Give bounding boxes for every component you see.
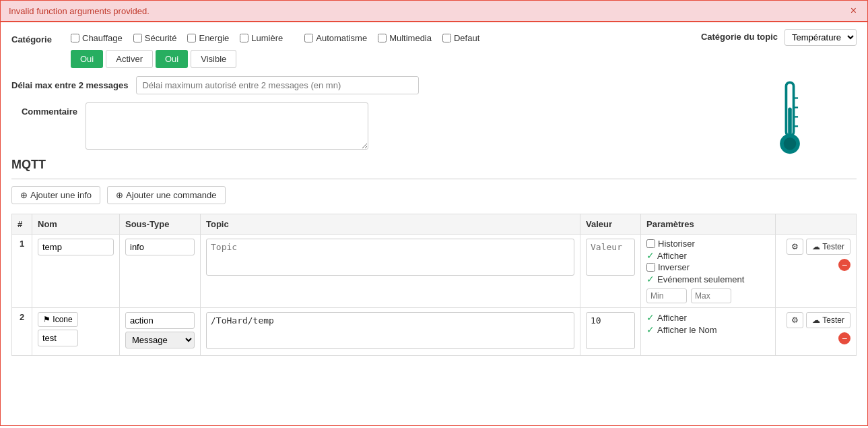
cat-multimedia[interactable]: Multimedia	[378, 33, 432, 43]
row1-sous-type-input[interactable]	[125, 239, 195, 255]
row1-nom-input[interactable]	[38, 239, 114, 255]
param-inverser-check[interactable]	[646, 263, 655, 272]
delai-label: Délai max entre 2 messages	[11, 76, 136, 90]
row1-tester-button[interactable]: ☁ Tester	[806, 239, 850, 255]
error-close-button[interactable]: ×	[848, 5, 859, 17]
col-params: Paramètres	[641, 214, 776, 235]
row2-actions-cell: ⚙ ☁ Tester −	[776, 308, 857, 356]
commentaire-row: Commentaire	[11, 102, 857, 150]
param-historiser: Historiser	[646, 239, 770, 249]
category-topic-label: Catégorie du topic	[701, 32, 778, 43]
check-icon-2: ✓	[646, 274, 655, 284]
table-header-row: # Nom Sous-Type Topic Valeur Paramètres	[12, 214, 857, 235]
cat-chauffage[interactable]: Chauffage	[71, 33, 123, 43]
cat-energie[interactable]: Energie	[187, 33, 229, 43]
add-info-button[interactable]: ⊕ Ajouter une info	[11, 186, 100, 204]
row2-nom-cell: ⚑ Icone	[32, 308, 120, 356]
param-historiser-check[interactable]	[646, 239, 655, 248]
row1-sous-type-cell	[120, 235, 201, 308]
category-checkboxes: Chauffage Sécurité Energie Lumière Autom…	[71, 30, 479, 43]
col-actions	[776, 214, 857, 235]
flag-icon: ⚑	[43, 315, 51, 324]
cat-defaut[interactable]: Defaut	[442, 33, 479, 43]
toggle-row: Oui Activer Oui Visible	[71, 50, 857, 68]
thermometer-icon	[766, 76, 813, 166]
commentaire-textarea[interactable]	[86, 102, 368, 150]
error-banner: Invalid function arguments provided. ×	[0, 0, 868, 22]
svg-point-7	[784, 137, 797, 150]
activer-button[interactable]: Activer	[106, 50, 153, 68]
row2-sous-type-input[interactable]	[125, 312, 195, 329]
row2-remove-button[interactable]: −	[838, 332, 850, 344]
error-message: Invalid function arguments provided.	[9, 6, 149, 16]
row2-params-cell: ✓ Afficher ✓ Afficher le Nom	[641, 308, 776, 356]
col-valeur: Valeur	[580, 214, 641, 235]
row1-topic-input[interactable]	[206, 239, 574, 276]
row2-message-select[interactable]: Message	[125, 332, 195, 348]
plus-icon: ⊕	[20, 190, 28, 200]
table-row: 1	[12, 235, 857, 308]
delai-input[interactable]	[136, 76, 419, 94]
oui2-button[interactable]: Oui	[156, 50, 188, 68]
row1-topic-cell	[201, 235, 580, 308]
mqtt-title: MQTT	[11, 158, 857, 172]
col-topic: Topic	[201, 214, 580, 235]
visible-button[interactable]: Visible	[191, 50, 236, 68]
row2-topic-cell: /ToHard/temp	[201, 308, 580, 356]
svg-rect-1	[788, 107, 792, 136]
mqtt-section: MQTT ⊕ Ajouter une info ⊕ Ajouter une co…	[11, 158, 857, 356]
row1-valeur-input[interactable]	[586, 239, 635, 276]
row1-valeur-cell	[580, 235, 641, 308]
row2-number: 2	[12, 308, 32, 356]
row2-action-btns: ⚙ ☁ Tester −	[781, 312, 850, 344]
mqtt-table: # Nom Sous-Type Topic Valeur Paramètres …	[11, 214, 857, 356]
oui1-button[interactable]: Oui	[71, 50, 103, 68]
check-icon-4: ✓	[646, 324, 655, 335]
cat-securite[interactable]: Sécurité	[133, 33, 177, 43]
row1-max-input[interactable]	[691, 288, 731, 303]
row1-params-cell: Historiser ✓ Afficher Inverser	[641, 235, 776, 308]
category-label: Catégorie	[11, 30, 65, 44]
tester-icon-1: ☁	[812, 242, 820, 251]
param-inverser: Inverser	[646, 262, 770, 272]
row1-gear-button[interactable]: ⚙	[787, 239, 803, 255]
row2-params-list: ✓ Afficher ✓ Afficher le Nom	[646, 312, 770, 335]
add-commande-button[interactable]: ⊕ Ajouter une commande	[107, 186, 225, 204]
add-buttons-row: ⊕ Ajouter une info ⊕ Ajouter une command…	[11, 186, 857, 204]
row1-params-list: Historiser ✓ Afficher Inverser	[646, 239, 770, 284]
tester-icon-2: ☁	[812, 315, 820, 325]
check-icon-3: ✓	[646, 312, 655, 323]
cat-lumiere[interactable]: Lumière	[240, 33, 283, 43]
category-topic-select[interactable]: Température	[784, 29, 857, 46]
cat-automatisme[interactable]: Automatisme	[304, 33, 367, 43]
category-topic-section: Catégorie du topic Température	[701, 29, 857, 46]
col-nom: Nom	[32, 214, 120, 235]
check-icon-1: ✓	[646, 250, 655, 261]
param-afficher-nom: ✓ Afficher le Nom	[646, 324, 770, 335]
row1-actions-cell: ⚙ ☁ Tester −	[776, 235, 857, 308]
col-sous-type: Sous-Type	[120, 214, 201, 235]
delai-row: Délai max entre 2 messages	[11, 76, 857, 94]
row1-action-btns: ⚙ ☁ Tester −	[781, 239, 850, 271]
row1-remove-button[interactable]: −	[838, 259, 850, 271]
row2-icone-button[interactable]: ⚑ Icone	[38, 312, 78, 327]
table-row: 2 ⚑ Icone Message	[12, 308, 857, 356]
row2-valeur-cell: 10	[580, 308, 641, 356]
row2-tester-button[interactable]: ☁ Tester	[806, 312, 850, 328]
param-afficher2: ✓ Afficher	[646, 312, 770, 323]
row1-min-max	[646, 288, 770, 303]
row1-number: 1	[12, 235, 32, 308]
row1-min-input[interactable]	[646, 288, 687, 303]
row1-nom-cell	[32, 235, 120, 308]
row2-gear-button[interactable]: ⚙	[787, 312, 803, 328]
plus-icon-2: ⊕	[116, 190, 123, 200]
row2-nom-input[interactable]	[38, 330, 78, 346]
row2-topic-input[interactable]: /ToHard/temp	[206, 312, 574, 349]
param-afficher: ✓ Afficher	[646, 250, 770, 261]
commentaire-label: Commentaire	[11, 102, 86, 117]
param-evenement: ✓ Evénement seulement	[646, 274, 770, 284]
col-number: #	[12, 214, 32, 235]
row2-valeur-input[interactable]: 10	[586, 312, 635, 349]
row2-sous-type-cell: Message	[120, 308, 201, 356]
